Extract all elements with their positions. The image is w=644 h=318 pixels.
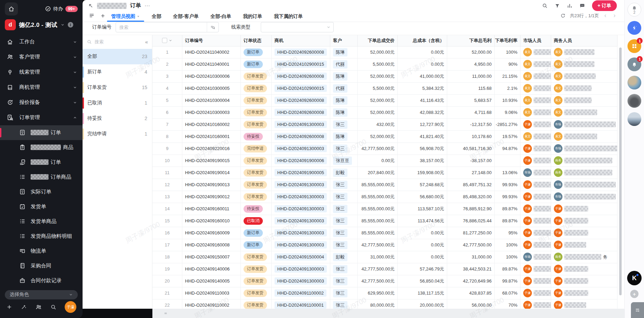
customer-link[interactable]: 张三 [333,241,347,249]
tab-4[interactable]: 全部-白单 [211,12,232,21]
order-id[interactable]: HHD-O202410300005 [185,86,229,91]
opportunity-link[interactable]: HHD-D2024091300003 [275,205,327,212]
search-icon[interactable] [50,304,56,310]
order-id[interactable]: HHD-O202409160010 [185,218,229,223]
customer-link[interactable]: 张三 [333,145,347,153]
order-id[interactable]: HHD-O202411040002 [185,50,229,55]
view-list-icon[interactable] [89,12,95,20]
user-photo-avatar[interactable] [627,76,641,89]
status-filter-item-1[interactable]: 全部23 [83,49,152,64]
opportunity-link[interactable]: HHD-D2024092600008 [275,73,327,80]
sidebar-subitem-4[interactable]: 订单商品 [0,170,83,184]
customer-link[interactable]: 陈琳 [333,132,347,141]
select-all-checkbox[interactable] [162,38,167,43]
tab-5[interactable]: 我的订单 [243,12,262,21]
customer-link[interactable]: 张三 [333,229,347,237]
opportunity-link[interactable]: HHD-D2024091300003 [275,217,327,224]
opportunity-link[interactable]: HHD-D2024091300003 [275,265,327,273]
sidebar-subitem-8[interactable]: 发货商品物料明细 [0,229,83,244]
status-search-input[interactable] [95,39,142,44]
table-row[interactable]: 21HHD-O202409110003订单发货HHD-D202409110000… [152,287,618,299]
opportunity-link[interactable]: HHD-D2024091500004 [275,253,327,261]
order-id[interactable]: HHD-O202409160009 [185,230,229,235]
order-id[interactable]: HHD-O202409190015 [185,158,229,163]
customer-link[interactable]: 张三 [333,120,347,129]
order-id[interactable]: HHD-O202410300006 [185,74,229,79]
grid-button[interactable]: 1 [627,39,641,53]
prev-page-icon[interactable] [603,13,608,18]
user-photo-avatar[interactable] [627,112,641,126]
opportunity-link[interactable]: HHD-D2024091900005 [275,169,327,176]
status-filter-item-2[interactable]: 新订单4 [83,64,152,80]
bell-button[interactable]: 2 [627,3,641,17]
sidebar-item-6[interactable]: 订单管理 [0,110,83,125]
advanced-search-icon[interactable] [207,22,218,32]
user-photo-avatar[interactable] [627,94,641,108]
more-menu-icon[interactable]: ⋯ [144,2,151,9]
order-id[interactable]: HHD-O202410160001 [185,134,229,139]
customer-link[interactable]: 张豆豆 [333,157,352,165]
lead-type-select[interactable] [261,22,334,32]
scrollbar-handle-icon[interactable] [163,311,168,316]
info-icon[interactable]: i [68,22,73,28]
order-id[interactable]: HHD-O202409110003 [185,290,229,296]
sidebar-subitem-7[interactable]: 发货单商品 [0,214,83,229]
comment-icon[interactable] [579,3,585,9]
order-id[interactable]: HHD-O202411040001 [185,62,229,67]
order-id[interactable]: HHD-O202410300004 [185,98,229,103]
magic-wand-icon[interactable] [21,304,27,310]
collapse-panel-icon[interactable]: « [145,39,148,45]
order-id[interactable]: HHD-O202409110002 [185,303,229,308]
order-id[interactable]: HHD-O202410300003 [185,110,229,115]
opportunity-link[interactable]: HHD-D2024091300003 [275,241,327,248]
order-id[interactable]: HHD-O202409190012 [185,194,229,199]
table-row[interactable]: 19HHD-O202409140006订单发货HHD-D202409130000… [152,263,618,275]
tab-3[interactable]: 全部-客户单 [173,12,199,21]
table-row[interactable]: 1HHD-O202411040002新订单HHD-D2024092600008陈… [152,46,618,59]
order-id[interactable]: HHD-O202409190013 [185,182,229,187]
order-id[interactable]: HHD-O202409160011 [185,206,229,211]
sidebar-item-3[interactable]: 线索管理 [0,65,83,80]
status-filter-item-5[interactable]: 待妥投2 [83,111,152,126]
order-id[interactable]: HHD-O202409140006 [185,266,229,272]
table-row[interactable]: 4HHD-O202410300005订单发货HHD-D2024102900015… [152,83,618,95]
refresh-icon[interactable] [560,13,566,18]
new-order-button[interactable]: + 订单 [592,0,617,11]
customer-link[interactable]: 陈琳 [333,48,347,56]
status-filter-item-4[interactable]: 已取消1 [83,95,152,111]
order-id[interactable]: HHD-O202410160002 [185,122,229,127]
table-row[interactable]: 12HHD-O202409190013订单发货HHD-D202409130000… [152,179,618,191]
customer-link[interactable]: 陈琳 [333,96,347,105]
status-filter-item-6[interactable]: 完结申请1 [83,126,152,142]
customer-link[interactable]: 张三 [333,289,347,297]
table-row[interactable]: 8HHD-O202410160001待妥投HHD-D2024092600008陈… [152,131,618,143]
opportunity-link[interactable]: HHD-D2024102900015 [275,61,327,68]
expand-arrow-icon[interactable] [88,3,94,9]
opportunity-link[interactable]: HHD-D2024092600008 [275,133,327,140]
sidebar-item-5[interactable]: 报价报备 [0,95,83,110]
customer-link[interactable]: 代丽 [333,84,347,93]
tab-2[interactable]: 全部 [152,12,161,21]
opportunity-link[interactable]: HHD-D2024092600008 [275,109,327,116]
customer-link[interactable]: 陈琳 [333,72,347,81]
sidebar-subitem-1[interactable]: 订单 [0,125,83,140]
sidebar-item-1[interactable]: 工作台 [0,34,83,50]
sidebar-item-4[interactable]: 商机管理 [0,80,83,95]
customer-link[interactable]: 张三 [333,265,347,273]
sidebar-subitem-5[interactable]: 实际订单 [0,184,83,199]
checkbox-chevron-down-icon[interactable] [169,39,172,42]
status-filter-item-3[interactable]: 订单发货15 [83,80,152,95]
search-icon[interactable] [542,3,548,9]
customer-link[interactable]: 陈琳 [333,108,347,117]
role-select[interactable]: 选择角色 [5,290,78,300]
sidebar-subitem-11[interactable]: 合同付款记录 [0,273,83,288]
sidebar-subitem-9[interactable]: 物流单 [0,244,83,258]
user-avatar[interactable]: 子濠 [65,301,76,313]
table-row[interactable]: 13HHD-O202409190012订单发货HHD-D202409130000… [152,191,618,203]
collapse-rail-toggle[interactable] [631,302,644,318]
tab-1[interactable]: 管理员视图 [111,12,140,21]
customer-link[interactable]: 张三 [333,217,347,225]
customer-link[interactable]: 彭毅 [333,253,347,261]
table-row[interactable]: 5HHD-O202410300004订单发货HHD-D2024092600008… [152,95,618,107]
table-row[interactable]: 15HHD-O202409160010已取消HHD-D2024091300003… [152,215,618,227]
